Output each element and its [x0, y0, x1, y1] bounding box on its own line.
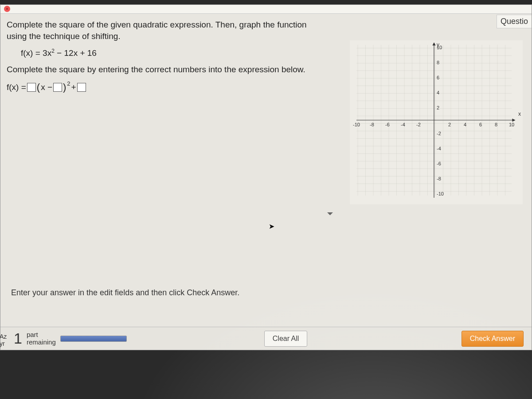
problem-instruction: Complete the square of the given quadrat… [7, 19, 326, 42]
x-axis-label: x [518, 111, 521, 117]
svg-text:-8: -8 [437, 176, 441, 181]
svg-text:-4: -4 [437, 146, 441, 151]
sub-instruction: Complete the square by entering the corr… [7, 65, 344, 74]
parts-remaining-count: 1 [14, 330, 22, 347]
squared: 2 [67, 80, 70, 87]
svg-text:10: 10 [509, 122, 514, 127]
plus-sign: + [71, 82, 76, 92]
svg-text:-4: -4 [401, 122, 405, 127]
svg-text:-8: -8 [370, 122, 374, 127]
svg-text:6: 6 [437, 75, 439, 80]
svg-text:-10: -10 [353, 122, 360, 127]
assessment-window: × Questio Complete the square of the giv… [0, 4, 532, 350]
svg-text:8: 8 [437, 60, 439, 65]
check-answer-button[interactable]: Check Answer [462, 331, 524, 347]
svg-text:-6: -6 [385, 122, 390, 127]
svg-text:10: 10 [437, 45, 442, 50]
clear-all-button[interactable]: Clear All [264, 331, 308, 347]
coordinate-graph[interactable]: x y -10 -8 -6 -4 -2 2 4 6 8 10 10 [350, 40, 523, 204]
var-text: x − [41, 82, 52, 92]
eq-exp: 2 [51, 48, 55, 54]
cursor-icon: ➤ [269, 222, 274, 231]
svg-text:4: 4 [464, 122, 466, 127]
resize-handle-icon[interactable]: ◢ [327, 208, 334, 215]
svg-text:4: 4 [437, 90, 439, 95]
eq-pre: f(x) = 3x [21, 49, 51, 58]
k-input[interactable] [77, 83, 86, 92]
svg-text:-2: -2 [437, 131, 441, 136]
svg-text:6: 6 [479, 122, 482, 127]
h-input[interactable] [53, 83, 62, 92]
footer-bar: Azyr 1 partremaining Clear All Check Ans… [0, 327, 532, 350]
svg-text:-6: -6 [437, 161, 441, 166]
eq-post: − 12x + 16 [55, 49, 97, 58]
svg-text:-10: -10 [437, 191, 444, 196]
close-icon[interactable]: × [4, 6, 10, 12]
side-label: Azyr [0, 333, 8, 347]
progress-bar [60, 336, 127, 342]
svg-text:2: 2 [437, 105, 439, 110]
window-topbar: × [0, 5, 532, 14]
footer-hint: Enter your answer in the edit fields and… [11, 288, 239, 297]
answer-prefix: f(x) = [7, 82, 26, 92]
svg-text:8: 8 [495, 122, 497, 127]
lparen: ( [37, 82, 40, 93]
svg-text:-2: -2 [416, 122, 421, 127]
coefficient-input[interactable] [27, 83, 36, 92]
parts-remaining-label: partremaining [27, 331, 56, 346]
rparen: ) [63, 82, 66, 93]
svg-text:2: 2 [448, 122, 451, 127]
content-area: Complete the square of the given quadrat… [0, 14, 532, 324]
